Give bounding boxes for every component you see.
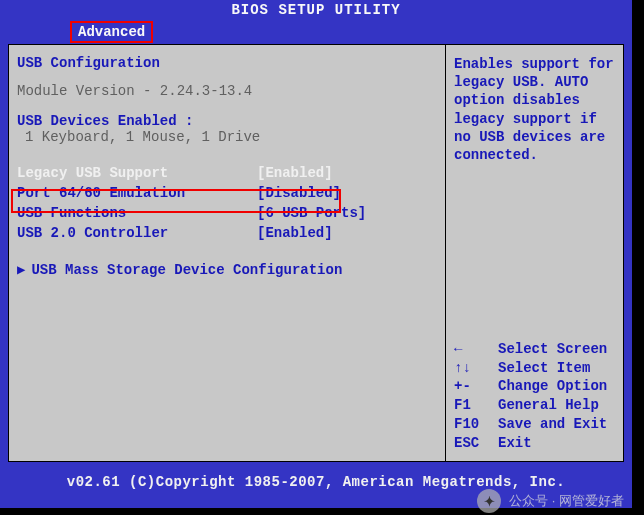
triangle-right-icon: ▶ — [17, 261, 25, 278]
bios-frame: BIOS SETUP UTILITY Advanced USB Configur… — [0, 0, 632, 508]
option-label: Legacy USB Support — [17, 165, 257, 181]
key-row: F1General Help — [454, 396, 615, 415]
key-desc: Change Option — [498, 377, 607, 396]
key-desc: Select Item — [498, 359, 590, 378]
options-list: Legacy USB Support[Enabled]Port 64/60 Em… — [17, 163, 437, 243]
key-row: ←Select Screen — [454, 340, 615, 359]
tabs-row: Advanced — [0, 20, 632, 44]
option-row[interactable]: Legacy USB Support[Enabled] — [17, 163, 437, 183]
module-version: Module Version - 2.24.3-13.4 — [17, 83, 437, 99]
main-panel: USB Configuration Module Version - 2.24.… — [8, 44, 624, 462]
key-row: ↑↓Select Item — [454, 359, 615, 378]
title-bar: BIOS SETUP UTILITY — [0, 0, 632, 20]
watermark-text: 公众号 · 网管爱好者 — [509, 492, 624, 510]
option-label: Port 64/60 Emulation — [17, 185, 257, 201]
key-name: F1 — [454, 396, 498, 415]
key-legend: ←Select Screen↑↓Select Item+-Change Opti… — [454, 340, 615, 453]
title-text: BIOS SETUP UTILITY — [231, 2, 400, 18]
key-name: +- — [454, 377, 498, 396]
option-label: USB 2.0 Controller — [17, 225, 257, 241]
key-desc: Select Screen — [498, 340, 607, 359]
option-value: [Enabled] — [257, 225, 333, 241]
devices-line: 1 Keyboard, 1 Mouse, 1 Drive — [17, 129, 437, 145]
option-value: [Disabled] — [257, 185, 341, 201]
section-title: USB Configuration — [17, 55, 437, 71]
option-row[interactable]: USB Functions[6 USB Ports] — [17, 203, 437, 223]
option-label: USB Functions — [17, 205, 257, 221]
submenu-usb-mass-storage[interactable]: ▶ USB Mass Storage Device Configuration — [17, 261, 437, 278]
key-name: ESC — [454, 434, 498, 453]
right-column: Enables support for legacy USB. AUTO opt… — [445, 45, 623, 461]
tab-advanced[interactable]: Advanced — [70, 21, 153, 43]
key-desc: Save and Exit — [498, 415, 607, 434]
footer-copyright: v02.61 (C)Copyright 1985-2007, American … — [0, 474, 632, 490]
key-name: ↑↓ — [454, 359, 498, 378]
option-value: [Enabled] — [257, 165, 333, 181]
left-column: USB Configuration Module Version - 2.24.… — [9, 45, 445, 461]
devices-head: USB Devices Enabled : — [17, 113, 437, 129]
key-row: F10Save and Exit — [454, 415, 615, 434]
option-row[interactable]: USB 2.0 Controller[Enabled] — [17, 223, 437, 243]
option-value: [6 USB Ports] — [257, 205, 366, 221]
submenu-label: USB Mass Storage Device Configuration — [31, 262, 342, 278]
option-row[interactable]: Port 64/60 Emulation[Disabled] — [17, 183, 437, 203]
key-name: ← — [454, 340, 498, 359]
help-text: Enables support for legacy USB. AUTO opt… — [454, 55, 615, 164]
watermark: ✦ 公众号 · 网管爱好者 — [477, 489, 624, 513]
wechat-icon: ✦ — [477, 489, 501, 513]
key-desc: General Help — [498, 396, 599, 415]
key-name: F10 — [454, 415, 498, 434]
key-row: ESCExit — [454, 434, 615, 453]
key-desc: Exit — [498, 434, 532, 453]
key-row: +-Change Option — [454, 377, 615, 396]
